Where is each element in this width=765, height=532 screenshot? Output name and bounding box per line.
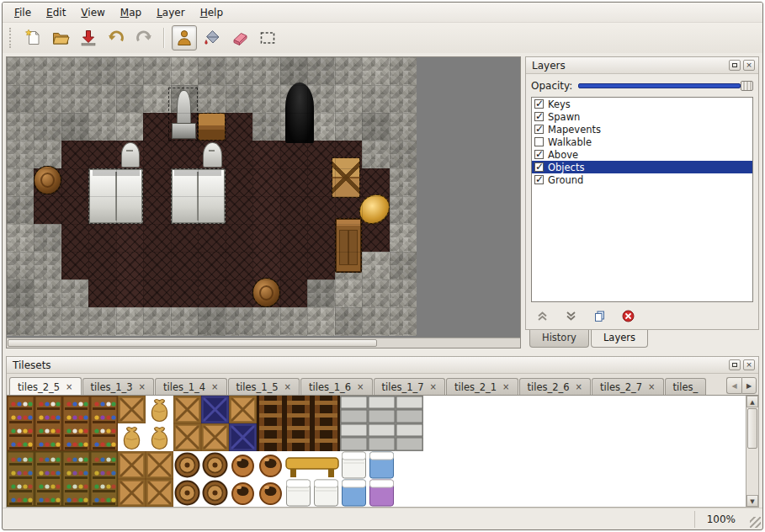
floor-tile[interactable]	[143, 279, 171, 308]
layer-visibility-checkbox[interactable]	[534, 162, 544, 172]
scroll-left-icon[interactable]: ◀	[726, 377, 741, 394]
floor-tile[interactable]	[171, 224, 199, 253]
wall-tile[interactable]	[61, 113, 89, 141]
floor-tile[interactable]	[362, 224, 390, 253]
stamp-tool-button[interactable]	[172, 25, 197, 51]
tileset-tab[interactable]: tiles_2_7 ×	[592, 378, 664, 396]
tileset-tab[interactable]: tiles_1_7 ×	[374, 378, 446, 396]
wall-tile[interactable]	[7, 196, 35, 225]
wall-tile[interactable]	[226, 307, 253, 336]
floor-tile[interactable]	[280, 168, 308, 197]
wall-tile[interactable]	[88, 57, 116, 86]
close-tab-icon[interactable]: ×	[139, 383, 146, 391]
map-object-barrel[interactable]	[34, 166, 61, 195]
floor-tile[interactable]	[61, 168, 89, 197]
floor-tile[interactable]	[61, 141, 89, 169]
wall-tile[interactable]	[34, 57, 61, 86]
raise-layer-icon[interactable]	[534, 308, 550, 323]
resize-grip[interactable]	[750, 517, 761, 528]
map-viewport[interactable]	[6, 56, 521, 348]
map-object-cabinet[interactable]	[335, 218, 362, 272]
wall-tile[interactable]	[362, 85, 390, 114]
wall-tile[interactable]	[335, 307, 363, 336]
map-object-crates[interactable]	[332, 157, 360, 198]
wall-tile[interactable]	[307, 57, 335, 86]
floor-tile[interactable]	[280, 196, 308, 225]
wall-tile[interactable]	[34, 252, 61, 280]
tileset-tab[interactable]: tiles_1_4 ×	[155, 378, 227, 396]
floor-tile[interactable]	[143, 168, 171, 197]
floor-tile[interactable]	[116, 224, 144, 253]
wall-tile[interactable]	[61, 279, 89, 308]
floor-tile[interactable]	[116, 252, 144, 280]
float-icon[interactable]	[729, 60, 741, 71]
floor-tile[interactable]	[61, 196, 89, 225]
wall-tile[interactable]	[116, 57, 144, 86]
layer-row-objects[interactable]: Objects	[532, 161, 752, 173]
wall-tile[interactable]	[34, 307, 61, 336]
wall-tile[interactable]	[34, 279, 61, 308]
wall-tile[interactable]	[390, 196, 417, 225]
close-tab-icon[interactable]: ×	[648, 383, 655, 391]
wall-tile[interactable]	[143, 85, 171, 114]
map-canvas[interactable]	[7, 57, 417, 335]
wall-tile[interactable]	[198, 85, 226, 114]
wall-tile[interactable]	[7, 279, 35, 308]
undo-button[interactable]	[104, 25, 129, 51]
floor-tile[interactable]	[143, 224, 171, 253]
map-object-grave[interactable]	[198, 141, 225, 168]
wall-tile[interactable]	[335, 113, 363, 141]
scrollbar-track[interactable]	[746, 407, 758, 495]
menu-map[interactable]: Map	[114, 5, 148, 20]
floor-tile[interactable]	[143, 252, 171, 280]
wall-tile[interactable]	[335, 85, 363, 114]
floor-tile[interactable]	[307, 141, 335, 169]
floor-tile[interactable]	[198, 279, 226, 308]
floor-tile[interactable]	[226, 224, 253, 253]
wall-tile[interactable]	[143, 307, 171, 336]
floor-tile[interactable]	[252, 252, 280, 280]
tileset-tab[interactable]: tiles_1_5 ×	[228, 378, 300, 396]
map-object-grave[interactable]	[116, 141, 143, 168]
wall-tile[interactable]	[335, 57, 363, 86]
wall-tile[interactable]	[390, 85, 417, 114]
floor-tile[interactable]	[61, 224, 89, 253]
wall-tile[interactable]	[7, 113, 35, 141]
lower-layer-icon[interactable]	[563, 308, 578, 323]
map-object-door[interactable]	[88, 168, 143, 224]
close-tab-icon[interactable]: ×	[502, 383, 509, 391]
redo-button[interactable]	[131, 25, 157, 51]
floor-tile[interactable]	[34, 196, 61, 225]
wall-tile[interactable]	[61, 85, 89, 114]
wall-tile[interactable]	[61, 307, 89, 336]
floor-tile[interactable]	[116, 279, 144, 308]
wall-tile[interactable]	[226, 57, 253, 86]
wall-tile[interactable]	[280, 307, 308, 336]
floor-tile[interactable]	[362, 168, 390, 197]
wall-tile[interactable]	[335, 279, 363, 308]
layer-visibility-checkbox[interactable]	[534, 175, 544, 184]
tileset-tab[interactable]: tiles_1_3 ×	[82, 378, 155, 396]
wall-tile[interactable]	[116, 85, 144, 114]
layer-row-keys[interactable]: Keys	[532, 98, 752, 110]
scrollbar-thumb[interactable]	[8, 339, 377, 347]
opacity-slider-handle[interactable]	[741, 81, 753, 91]
wall-tile[interactable]	[362, 279, 390, 308]
wall-tile[interactable]	[362, 57, 390, 86]
scrollbar-thumb[interactable]	[747, 408, 757, 449]
layer-row-mapevents[interactable]: Mapevents	[532, 123, 752, 136]
delete-layer-icon[interactable]	[620, 308, 635, 323]
tab-history[interactable]: History	[529, 330, 589, 348]
wall-tile[interactable]	[88, 307, 116, 336]
wall-tile[interactable]	[362, 141, 390, 169]
floor-tile[interactable]	[198, 224, 226, 253]
wall-tile[interactable]	[390, 168, 417, 197]
floor-tile[interactable]	[307, 252, 335, 280]
tileset-tab[interactable]: tiles_1_6 ×	[300, 378, 373, 396]
map-object-door[interactable]	[171, 168, 226, 224]
floor-tile[interactable]	[88, 141, 116, 169]
map-object-table[interactable]	[198, 113, 225, 141]
wall-tile[interactable]	[390, 279, 417, 308]
menu-edit[interactable]: Edit	[40, 5, 72, 20]
wall-tile[interactable]	[143, 57, 171, 86]
